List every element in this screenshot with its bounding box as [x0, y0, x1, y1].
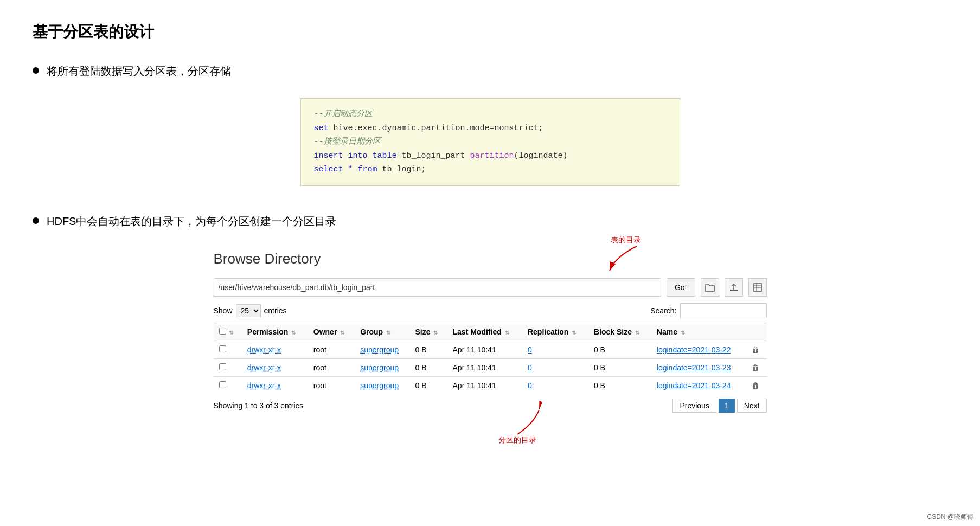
path-row: Go!: [214, 278, 767, 297]
row-check-1[interactable]: [219, 363, 226, 370]
table-row: drwxr-xr-x root supergroup 0 B Apr 11 10…: [214, 341, 767, 358]
code-keyword-select: select * from: [314, 165, 377, 174]
row-permission-2: drwxr-xr-x: [242, 376, 308, 394]
annotation-biaodeml: 表的目录: [611, 235, 641, 245]
col-permission: Permission ⇅: [242, 323, 308, 341]
row-name-2: logindate=2021-03-24: [651, 376, 746, 394]
bullet-text-2: HDFS中会自动在表的目录下，为每个分区创建一个分区目录: [47, 214, 336, 229]
row-modified-0: Apr 11 10:41: [447, 341, 522, 358]
code-line1-rest: hive.exec.dynamic.partition.mode=nonstri…: [329, 124, 543, 133]
row-checkbox-2: [214, 376, 242, 394]
delete-icon-0[interactable]: 🗑: [752, 345, 759, 354]
svg-rect-1: [730, 290, 738, 291]
directory-table: ⇅ Permission ⇅ Owner ⇅ Group ⇅ Size ⇅ La…: [214, 323, 767, 394]
col-group: Group ⇅: [355, 323, 409, 341]
path-input[interactable]: [214, 278, 661, 297]
delete-icon-1[interactable]: 🗑: [752, 363, 759, 372]
code-keyword-set: set: [314, 124, 329, 133]
table-footer: Showing 1 to 3 of 3 entries 分区的目录: [214, 399, 767, 413]
bullet-dot-2: [33, 217, 39, 224]
code-block: --开启动态分区 set hive.exec.dynamic.partition…: [300, 98, 680, 186]
showing-text: Showing 1 to 3 of 3 entries: [214, 401, 304, 410]
col-replication: Replication ⇅: [522, 323, 588, 341]
row-replication-1: 0: [522, 358, 588, 376]
row-permission-1: drwxr-xr-x: [242, 358, 308, 376]
entries-label: entries: [264, 306, 287, 315]
code-comment-2: --按登录日期分区: [314, 137, 381, 146]
row-checkbox-1: [214, 358, 242, 376]
svg-rect-2: [754, 284, 761, 291]
row-size-2: 0 B: [409, 376, 447, 394]
table-icon-btn[interactable]: [748, 278, 767, 297]
row-group-0: supergroup: [355, 341, 409, 358]
bullet-dot-1: [33, 67, 39, 74]
pagination: Previous 1 Next: [672, 399, 766, 413]
code-comment-1: --开启动态分区: [314, 110, 373, 119]
row-group-1: supergroup: [355, 358, 409, 376]
code-line3-arg: (logindate): [514, 151, 568, 161]
watermark: CSDN @晓师傅: [927, 512, 973, 522]
folder-icon-btn[interactable]: [701, 278, 719, 297]
col-owner: Owner ⇅: [308, 323, 355, 341]
row-modified-1: Apr 11 10:41: [447, 358, 522, 376]
code-line4-rest: tb_login;: [377, 165, 426, 174]
row-delete-1: 🗑: [746, 358, 767, 376]
row-blocksize-1: 0 B: [588, 358, 651, 376]
row-delete-2: 🗑: [746, 376, 767, 394]
col-last-modified: Last Modified ⇅: [447, 323, 522, 341]
code-func-partition: partition: [470, 151, 514, 161]
row-replication-2: 0: [522, 376, 588, 394]
code-line3-rest: tb_login_part: [397, 151, 470, 161]
row-group-2: supergroup: [355, 376, 409, 394]
col-size: Size ⇅: [409, 323, 447, 341]
row-size-1: 0 B: [409, 358, 447, 376]
table-header-row: ⇅ Permission ⇅ Owner ⇅ Group ⇅ Size ⇅ La…: [214, 323, 767, 341]
entries-select[interactable]: 25: [236, 304, 261, 317]
row-check-2[interactable]: [219, 381, 226, 388]
page-title: 基于分区表的设计: [33, 22, 947, 42]
bullet-item-1: 将所有登陆数据写入分区表，分区存储: [33, 64, 947, 79]
row-blocksize-2: 0 B: [588, 376, 651, 394]
search-label: Search:: [650, 306, 676, 315]
go-button[interactable]: Go!: [667, 278, 695, 297]
select-all-checkbox[interactable]: [219, 328, 226, 335]
row-delete-0: 🗑: [746, 341, 767, 358]
previous-button[interactable]: Previous: [672, 399, 716, 413]
col-checkbox: ⇅: [214, 323, 242, 341]
col-block-size: Block Size ⇅: [588, 323, 651, 341]
delete-icon-2[interactable]: 🗑: [752, 381, 759, 390]
bullet-text-1: 将所有登陆数据写入分区表，分区存储: [47, 64, 231, 79]
row-check-0[interactable]: [219, 345, 226, 352]
row-size-0: 0 B: [409, 341, 447, 358]
upload-icon-btn[interactable]: [725, 278, 743, 297]
table-row: drwxr-xr-x root supergroup 0 B Apr 11 10…: [214, 358, 767, 376]
row-owner-2: root: [308, 376, 355, 394]
col-name: Name ⇅: [651, 323, 746, 341]
page-number-1[interactable]: 1: [719, 399, 735, 413]
show-label: Show: [214, 306, 233, 315]
row-modified-2: Apr 11 10:41: [447, 376, 522, 394]
annotation-fenjudeml: 分区的目录: [498, 435, 536, 445]
code-keyword-insert: insert into table: [314, 151, 397, 161]
row-permission-0: drwxr-xr-x: [242, 341, 308, 358]
row-checkbox-0: [214, 341, 242, 358]
row-blocksize-0: 0 B: [588, 341, 651, 358]
next-button[interactable]: Next: [737, 399, 767, 413]
row-owner-0: root: [308, 341, 355, 358]
row-replication-0: 0: [522, 341, 588, 358]
browse-directory-container: Browse Directory 表的目录: [214, 251, 767, 413]
table-row: drwxr-xr-x root supergroup 0 B Apr 11 10…: [214, 376, 767, 394]
show-entries-row: Show 25 entries Search:: [214, 303, 767, 318]
row-owner-1: root: [308, 358, 355, 376]
browse-directory-title: Browse Directory: [214, 251, 321, 267]
row-name-0: logindate=2021-03-22: [651, 341, 746, 358]
row-name-1: logindate=2021-03-23: [651, 358, 746, 376]
search-input[interactable]: [680, 303, 767, 318]
bullet-item-2: HDFS中会自动在表的目录下，为每个分区创建一个分区目录: [33, 214, 947, 229]
col-actions: [746, 323, 767, 341]
